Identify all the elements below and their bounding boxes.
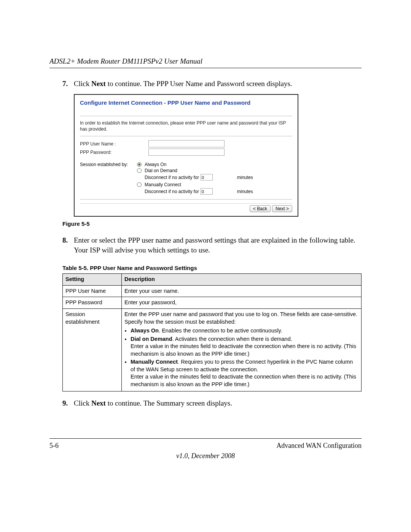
cell-setting: PPP Password	[63, 297, 122, 309]
ppp-password-label: PPP Password:	[80, 150, 148, 155]
ppp-config-screenshot: Configure Internet Connection - PPP User…	[74, 94, 298, 217]
session-label: Session established by:	[80, 162, 137, 196]
bullet-bold: Dial on Demand	[131, 336, 172, 342]
step-7-number: 7.	[62, 79, 74, 89]
settings-table: Setting Description PPP User Name Enter …	[62, 273, 362, 391]
next-button[interactable]: Next >	[272, 205, 292, 212]
ppp-username-row: PPP User Name :	[80, 140, 292, 147]
cell-desc: Enter your user name.	[122, 285, 362, 297]
disconnect-label-1: Disconnect if no activity for	[145, 175, 199, 180]
step-7-post: to continue. The PPP User Name and Passw…	[106, 80, 292, 88]
doc-footer: 5-6 Advanced WAN Configuration	[49, 438, 362, 450]
th-description: Description	[122, 274, 362, 286]
table-caption: Table 5-5. PPP User Name and Password Se…	[62, 265, 362, 271]
step-8-number: 8.	[62, 235, 74, 255]
table-row: Session establishment Enter the PPP user…	[63, 308, 362, 391]
dial-idle-row: Disconnect if no activity for minutes	[145, 174, 292, 181]
step-7-text: Click Next to continue. The PPP User Nam…	[74, 79, 362, 89]
radio-manually-connect[interactable]	[137, 182, 142, 187]
divider	[80, 199, 292, 200]
label-manually-connect: Manually Connect	[145, 182, 181, 187]
step-8: 8. Enter or select the PPP user name and…	[62, 235, 362, 255]
dial-idle-input[interactable]	[201, 174, 213, 181]
step-7-pre: Click	[74, 80, 91, 88]
ppp-username-input[interactable]	[148, 140, 225, 147]
doc-header: ADSL2+ Modem Router DM111PSPv2 User Manu…	[49, 57, 362, 68]
screenshot-intro: In order to establish the Internet conne…	[80, 120, 292, 132]
label-dial-on-demand: Dial on Demand	[145, 168, 177, 173]
cell-desc: Enter your password,	[122, 297, 362, 309]
bullet-rest: . Enables the connection to be active co…	[159, 328, 282, 334]
table-header-row: Setting Description	[63, 274, 362, 286]
cell-desc: Enter the PPP user name and password tha…	[122, 308, 362, 391]
bullet-bold: Always On	[131, 328, 159, 334]
label-always-on: Always On	[145, 162, 166, 167]
list-item: Dial on Demand. Activates the connection…	[131, 335, 358, 358]
button-row: < Back Next >	[80, 203, 292, 212]
bullet-bold: Manually Connect	[131, 359, 178, 365]
page-number: 5-6	[49, 442, 59, 450]
option-manually-connect[interactable]: Manually Connect	[137, 182, 292, 187]
session-intro: Enter the PPP user name and password tha…	[124, 311, 357, 325]
back-button[interactable]: < Back	[250, 205, 271, 212]
table-row: PPP Password Enter your password,	[63, 297, 362, 309]
step-7: 7. Click Next to continue. The PPP User …	[62, 79, 362, 89]
option-dial-on-demand[interactable]: Dial on Demand	[137, 168, 292, 173]
cell-setting: PPP User Name	[63, 285, 122, 297]
session-bullets: Always On. Enables the connection to be …	[124, 327, 358, 388]
radio-dial-on-demand[interactable]	[137, 168, 142, 173]
ppp-password-row: PPP Password:	[80, 149, 292, 156]
table-row: PPP User Name Enter your user name.	[63, 285, 362, 297]
bullet-line2: Enter a value in the minutes field to de…	[131, 343, 356, 357]
manual-idle-input[interactable]	[201, 188, 213, 195]
screenshot-title: Configure Internet Connection - PPP User…	[80, 99, 292, 106]
manual-page: ADSL2+ Modem Router DM111PSPv2 User Manu…	[0, 0, 411, 483]
radio-always-on[interactable]	[137, 162, 142, 167]
session-block: Session established by: Always On Dial o…	[80, 162, 292, 196]
step-7-bold: Next	[91, 80, 106, 88]
section-name: Advanced WAN Configuration	[276, 442, 362, 450]
step-9-number: 9.	[62, 398, 74, 408]
step-9-bold: Next	[91, 399, 106, 407]
manual-idle-row: Disconnect if no activity for minutes	[145, 188, 292, 195]
list-item: Manually Connect. Requires you to press …	[131, 358, 358, 388]
bullet-line2: Enter a value in the minutes field to de…	[131, 374, 356, 387]
divider	[80, 136, 292, 136]
step-9: 9. Click Next to continue. The Summary s…	[62, 398, 362, 408]
divider	[80, 116, 292, 116]
doc-version: v1.0, December 2008	[49, 452, 362, 460]
figure-caption: Figure 5-5	[62, 220, 362, 227]
step-9-post: to continue. The Summary screen displays…	[106, 399, 232, 407]
disconnect-label-2: Disconnect if no activity for	[145, 189, 199, 194]
ppp-password-input[interactable]	[148, 149, 225, 156]
step-9-text: Click Next to continue. The Summary scre…	[74, 398, 362, 408]
option-always-on[interactable]: Always On	[137, 162, 292, 167]
list-item: Always On. Enables the connection to be …	[131, 327, 358, 335]
ppp-username-label: PPP User Name :	[80, 141, 148, 147]
th-setting: Setting	[63, 274, 122, 286]
cell-setting: Session establishment	[63, 308, 122, 391]
bullet-rest: . Activates the connection when there is…	[172, 336, 292, 342]
minutes-label-2: minutes	[237, 189, 253, 194]
minutes-label-1: minutes	[237, 175, 253, 180]
step-8-text: Enter or select the PPP user name and pa…	[74, 235, 362, 255]
step-9-pre: Click	[74, 399, 91, 407]
